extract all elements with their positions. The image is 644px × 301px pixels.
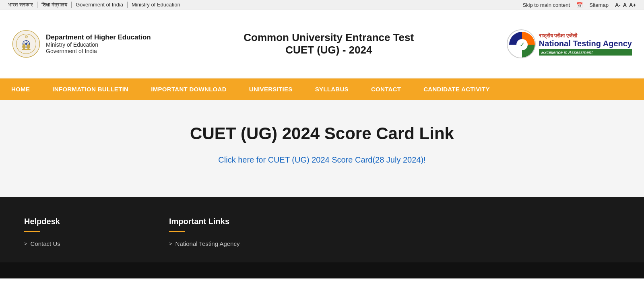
nav-item-home[interactable]: HOME: [0, 78, 41, 100]
nav-item-candidate-activity[interactable]: CANDIDATE ACTIVITY: [412, 78, 501, 100]
edu-hindi: शिक्षा मंत्रालय: [37, 2, 68, 8]
header-right: ✓ राष्ट्रीय परीक्षा एजेंसी National Test…: [507, 29, 632, 58]
footer: Helpdesk > Contact Us Important Links > …: [0, 197, 644, 262]
footer-nta-link[interactable]: > National Testing Agency: [169, 240, 282, 247]
svg-text:⚙: ⚙: [25, 35, 28, 39]
nav-item-information-bulletin[interactable]: INFORMATION BULLETIN: [41, 78, 140, 100]
top-bar: भारत सरकार शिक्षा मंत्रालय Government of…: [0, 0, 644, 10]
nta-link-label: National Testing Agency: [175, 240, 240, 247]
dept-sub1: Ministry of Education: [46, 41, 151, 48]
top-bar-right: Skip to main content 📅 Sitemap A- A A+: [522, 2, 636, 8]
nav-bar: HOME INFORMATION BULLETIN IMPORTANT DOWN…: [0, 78, 644, 100]
gov-english: Government of India: [71, 2, 123, 8]
chevron-right-icon: >: [24, 241, 27, 247]
font-large-button[interactable]: A+: [629, 2, 636, 8]
footer-helpdesk: Helpdesk > Contact Us: [24, 217, 137, 250]
score-card-link[interactable]: Click here for CUET (UG) 2024 Score Card…: [218, 155, 425, 164]
svg-text:✓: ✓: [519, 41, 524, 48]
nav-item-syllabus[interactable]: SYLLABUS: [304, 78, 360, 100]
font-normal-button[interactable]: A: [623, 2, 627, 8]
header-dept: Department of Higher Education Ministry …: [46, 33, 151, 54]
nta-hindi-text: राष्ट्रीय परीक्षा एजेंसी: [539, 33, 632, 39]
header-center: Common University Entrance Test CUET (UG…: [151, 31, 507, 56]
main-title: Common University Entrance Test: [151, 31, 507, 44]
main-content: CUET (UG) 2024 Score Card Link Click her…: [0, 100, 644, 197]
page-title: CUET (UG) 2024 Score Card Link: [8, 124, 636, 143]
top-bar-left: भारत सरकार शिक्षा मंत्रालय Government of…: [8, 2, 180, 8]
header-left: ⚙ Department of Higher Education Ministr…: [12, 30, 151, 58]
dept-sub2: Government of India: [46, 48, 151, 54]
footer-important-links: Important Links > National Testing Agenc…: [169, 217, 282, 250]
svg-rect-8: [22, 49, 31, 51]
footer-bottom-bar: [0, 262, 644, 278]
helpdesk-underline: [24, 231, 40, 232]
nta-emblem-icon: ✓: [507, 29, 536, 58]
sub-title: CUET (UG) - 2024: [151, 44, 507, 56]
skip-to-main-link[interactable]: Skip to main content: [522, 2, 570, 8]
important-links-underline: [169, 231, 185, 232]
nav-item-universities[interactable]: UNIVERSITIES: [238, 78, 304, 100]
svg-point-12: [27, 44, 30, 47]
edu-english: Ministry of Education: [127, 2, 180, 8]
gov-hindi: भारत सरकार: [8, 2, 33, 8]
contact-us-label: Contact Us: [31, 240, 60, 247]
svg-point-11: [23, 44, 25, 47]
nta-text-block: राष्ट्रीय परीक्षा एजेंसी National Testin…: [539, 33, 632, 56]
important-links-title: Important Links: [169, 217, 282, 226]
font-controls: A- A A+: [615, 2, 636, 8]
nav-item-contact[interactable]: CONTACT: [360, 78, 412, 100]
header: ⚙ Department of Higher Education Ministr…: [0, 10, 644, 78]
helpdesk-title: Helpdesk: [24, 217, 137, 226]
india-emblem-icon: ⚙: [12, 30, 40, 58]
nta-english-text: National Testing Agency: [539, 39, 632, 48]
nav-item-important-download[interactable]: IMPORTANT DOWNLOAD: [140, 78, 238, 100]
sitemap-link[interactable]: Sitemap: [589, 2, 609, 8]
footer-contact-us-link[interactable]: > Contact Us: [24, 240, 137, 247]
dept-title: Department of Higher Education: [46, 33, 151, 41]
chevron-right-icon: >: [169, 241, 172, 247]
nta-logo: ✓ राष्ट्रीय परीक्षा एजेंसी National Test…: [507, 29, 632, 58]
sitemap-icon: 📅: [576, 2, 583, 8]
font-small-button[interactable]: A-: [615, 2, 621, 8]
nta-tagline: Excellence in Assessment: [539, 49, 632, 56]
